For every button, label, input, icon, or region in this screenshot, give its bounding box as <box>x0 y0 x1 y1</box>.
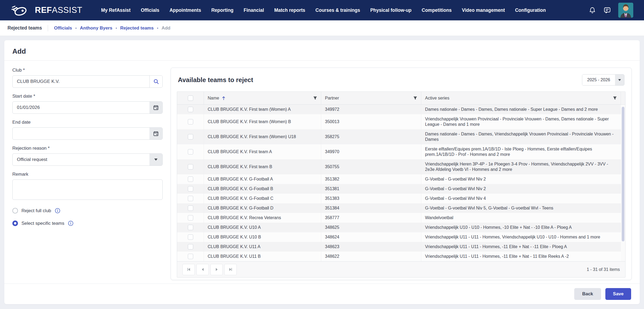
rejection-reason-dropdown-button[interactable] <box>149 154 162 165</box>
team-name-cell: CLUB BRUGGE K.V. First team B <box>204 159 321 174</box>
nav-menu-item[interactable]: Configuration <box>515 8 546 13</box>
pager-prev-button[interactable] <box>196 264 209 275</box>
club-label: Club * <box>12 68 163 73</box>
row-checkbox[interactable] <box>188 205 193 211</box>
reject-full-club-label: Reject full club <box>21 208 51 214</box>
table-row: CLUB BRUGGE K.V. First team (Women) U18 … <box>177 129 621 144</box>
team-name-cell: CLUB BRUGGE K.V. G-Football C <box>204 194 321 203</box>
row-checkbox[interactable] <box>188 119 193 124</box>
row-checkbox[interactable] <box>188 149 193 154</box>
brand-name: REFASSIST <box>35 5 82 15</box>
row-checkbox[interactable] <box>188 215 193 220</box>
sort-asc-icon <box>222 96 225 100</box>
partner-cell: 351384 <box>321 203 421 213</box>
partner-cell: 348624 <box>321 232 421 242</box>
filter-icon[interactable] <box>613 96 617 100</box>
partner-cell: 351381 <box>321 184 421 194</box>
row-checkbox[interactable] <box>188 225 193 230</box>
nav-menu-item[interactable]: My RefAssist <box>101 8 131 13</box>
club-input[interactable] <box>13 76 149 87</box>
partner-cell: 358777 <box>321 213 421 223</box>
nav-menu-item[interactable]: Video management <box>462 8 505 13</box>
save-button[interactable]: Save <box>605 288 631 300</box>
info-icon[interactable] <box>55 208 60 214</box>
breadcrumb-dot: • <box>157 26 158 30</box>
table-row: CLUB BRUGGE K.V. U11 B 348622 Vriendscha… <box>177 252 621 261</box>
remark-label: Remark <box>12 172 163 177</box>
partner-cell: 348622 <box>321 252 421 261</box>
active-series-cell: Dames nationale - Dames - Dames, Dames n… <box>421 105 621 114</box>
nav-menu-item[interactable]: Physical follow-up <box>370 8 412 13</box>
back-button[interactable]: Back <box>574 288 601 300</box>
breadcrumb-divider <box>48 25 48 31</box>
active-series-cell: Vriendschappelijk Heren 3P-4P - 1e Ploeg… <box>421 159 621 174</box>
nav-menu-item[interactable]: Match reports <box>274 8 305 13</box>
pager-first-button[interactable] <box>182 264 195 275</box>
active-series-cell: Vriendschappelijk U11 - U11 - Hommes, -1… <box>421 242 621 252</box>
row-checkbox[interactable] <box>188 234 193 240</box>
notifications-bell-icon[interactable] <box>588 6 596 14</box>
filter-icon[interactable] <box>413 96 417 100</box>
partner-cell: 351382 <box>321 174 421 184</box>
row-checkbox[interactable] <box>188 107 193 112</box>
team-name-cell: CLUB BRUGGE K.V. G-Football D <box>204 203 321 213</box>
user-avatar[interactable] <box>618 3 633 18</box>
reject-full-club-radio[interactable] <box>12 208 18 214</box>
season-dropdown-button[interactable] <box>615 75 624 85</box>
start-date-label: Start date * <box>12 94 163 99</box>
team-name-cell: CLUB BRUGGE K.V. U10 A <box>204 223 321 232</box>
select-specific-teams-radio[interactable] <box>12 220 18 226</box>
row-checkbox[interactable] <box>188 134 193 139</box>
row-checkbox[interactable] <box>188 186 193 192</box>
start-date-input[interactable] <box>13 102 149 113</box>
breadcrumb-dot: • <box>116 26 117 30</box>
season-value: 2025 - 2026 <box>582 75 615 85</box>
rejection-reason-select[interactable]: Official request <box>12 153 163 166</box>
chevron-down-icon <box>618 79 621 81</box>
nav-menu-item[interactable]: Financial <box>244 8 264 13</box>
column-header-active-series[interactable]: Active series <box>421 92 621 104</box>
table-row: CLUB BRUGGE K.V. G-Football D 351384 G-V… <box>177 203 621 213</box>
row-checkbox[interactable] <box>188 244 193 249</box>
select-all-checkbox[interactable] <box>188 95 193 101</box>
nav-menu-item[interactable]: Courses & trainings <box>316 8 360 13</box>
nav-menu-item[interactable]: Appointments <box>170 8 201 13</box>
teams-table-body: CLUB BRUGGE K.V. First team (Women) A 34… <box>177 105 621 261</box>
active-series-cell: Vriendschappelijk U11 - U11 - Hommes, Vr… <box>421 232 621 242</box>
breadcrumb-link[interactable]: Rejected teams <box>120 25 154 31</box>
partner-cell: 350013 <box>321 114 421 129</box>
column-header-partner[interactable]: Partner <box>321 92 421 104</box>
row-checkbox[interactable] <box>188 164 193 170</box>
pager-last-button[interactable] <box>224 264 237 275</box>
brand-logo[interactable]: REFASSIST <box>11 3 82 17</box>
remark-textarea[interactable] <box>12 179 163 200</box>
filter-icon[interactable] <box>313 96 317 100</box>
season-select[interactable]: 2025 - 2026 <box>582 74 624 86</box>
start-date-calendar-button[interactable] <box>149 102 162 113</box>
row-checkbox[interactable] <box>188 176 193 182</box>
table-row: CLUB BRUGGE K.V. G-Football C 351383 G-V… <box>177 194 621 203</box>
top-navbar: REFASSIST My RefAssistOfficialsAppointme… <box>0 0 644 20</box>
club-search-button[interactable] <box>149 76 162 87</box>
team-name-cell: CLUB BRUGGE K.V. First team (Women) A <box>204 105 321 114</box>
grid-scrollbar-thumb[interactable] <box>622 107 624 241</box>
pager-next-button[interactable] <box>210 264 223 275</box>
grid-scrollbar[interactable] <box>621 105 625 261</box>
messages-chat-icon[interactable] <box>603 6 611 14</box>
end-date-calendar-button[interactable] <box>149 128 162 139</box>
nav-menu-item[interactable]: Reporting <box>211 8 233 13</box>
row-checkbox[interactable] <box>188 196 193 201</box>
nav-menu-item[interactable]: Officials <box>141 8 159 13</box>
nav-menu-item[interactable]: Competitions <box>422 8 452 13</box>
breadcrumb-link[interactable]: Officials <box>54 25 72 31</box>
row-checkbox[interactable] <box>188 254 193 259</box>
end-date-input[interactable] <box>13 128 149 139</box>
pager-summary: 1 - 31 of 31 items <box>587 267 620 272</box>
active-series-cell: G-Voetbal - G-voetbal Wvl Niv 4 <box>421 194 621 203</box>
column-header-name[interactable]: Name <box>204 92 321 104</box>
table-row: CLUB BRUGGE K.V. G-Football B 351381 G-V… <box>177 184 621 194</box>
breadcrumb-link[interactable]: Anthony Byers <box>80 25 112 31</box>
info-icon[interactable] <box>68 220 74 226</box>
page-title: Rejected teams <box>8 25 42 31</box>
team-name-cell: CLUB BRUGGE K.V. First team A <box>204 144 321 159</box>
